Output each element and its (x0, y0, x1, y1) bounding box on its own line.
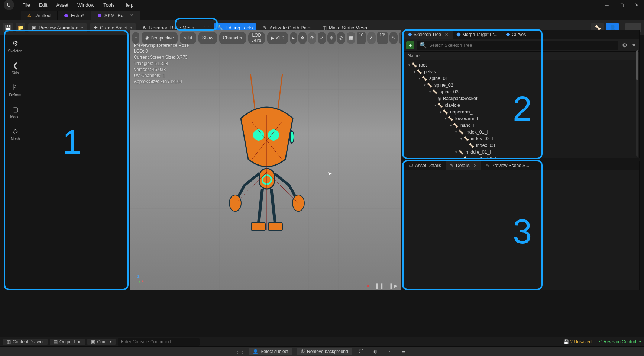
menu-edit[interactable]: Edit (35, 1, 51, 9)
viewport-character-button[interactable]: Character (219, 32, 246, 44)
translate-mode-icon[interactable]: ✥ (298, 32, 307, 44)
unsaved-indicator[interactable]: 💾 2 Unsaved (563, 339, 592, 344)
expand-icon[interactable]: ▾ (459, 157, 463, 158)
settings-icon[interactable]: ⚙ (621, 42, 629, 49)
scale-snap-value[interactable]: 0.25 (399, 32, 401, 44)
tool-deform[interactable]: ⚐Deform (6, 82, 25, 99)
viewport-show-button[interactable]: Show (198, 32, 217, 44)
expand-icon[interactable]: ▾ (443, 117, 448, 121)
menu-window[interactable]: Window (74, 1, 98, 9)
viewport-menu-icon[interactable]: ≡ (132, 32, 139, 44)
grid-snap-value[interactable]: 10 (357, 32, 366, 44)
scrollbar[interactable] (636, 50, 638, 157)
tab-skm-bot[interactable]: SKM_Bot ✕ (91, 11, 140, 20)
angle-snap-value[interactable]: 10° (377, 32, 388, 44)
tab-untitled[interactable]: Untitled (21, 11, 58, 20)
tab-details[interactable]: ✎Details✕ (446, 161, 481, 170)
bone-row[interactable]: ▾🦴spine_03 (404, 89, 639, 95)
bone-row[interactable]: ▾🦴clavicle_l (404, 102, 639, 109)
viewport-lit-button[interactable]: ○Lit (180, 32, 196, 44)
select-mode-icon[interactable]: ▸ (290, 32, 297, 44)
tab-preview-scene[interactable]: ✎Preview Scene S... (481, 161, 534, 170)
bone-row[interactable]: ▾🦴upperarm_l (404, 109, 639, 115)
angle-snap-icon[interactable]: ∠ (367, 32, 376, 44)
step-icon[interactable]: ❚▶ (389, 283, 398, 289)
bone-row[interactable]: ▾🦴root (404, 62, 639, 68)
output-log-button[interactable]: ▤Output Log (50, 339, 85, 345)
expand-icon[interactable]: ▾ (412, 70, 417, 74)
filters-icon[interactable]: ⚌ (399, 348, 408, 355)
dropdown-icon[interactable]: ▾ (631, 42, 637, 49)
console-input[interactable] (118, 338, 200, 346)
scale-mode-icon[interactable]: ⤢ (318, 32, 326, 44)
crop-icon[interactable]: ⛶ (356, 348, 366, 355)
bone-row[interactable]: ▾🦴pelvis (404, 68, 639, 75)
rotate-mode-icon[interactable]: ⟳ (308, 32, 316, 44)
tab-curves[interactable]: Curves (502, 30, 530, 39)
pause-icon[interactable]: ❚❚ (375, 283, 384, 289)
cmd-button[interactable]: ▣Cmd▾ (87, 339, 115, 345)
search-input[interactable] (429, 43, 615, 48)
expand-icon[interactable]: ▾ (407, 63, 411, 67)
scale-snap-icon[interactable]: ⤡ (389, 32, 398, 44)
select-subject-button[interactable]: 👤Select subject (249, 348, 292, 355)
bone-row[interactable]: ▾🦴hand_l (404, 122, 639, 129)
tool-mesh[interactable]: ◇Mesh (6, 126, 25, 142)
expand-icon[interactable]: ▾ (459, 137, 463, 141)
remove-background-button[interactable]: 🖼Remove background (297, 348, 352, 355)
content-drawer-button[interactable]: ▥Content Drawer (3, 339, 48, 345)
expand-icon[interactable]: ▾ (454, 130, 458, 134)
expand-icon[interactable]: ▾ (433, 103, 437, 107)
record-icon[interactable]: ● (367, 283, 370, 289)
expand-icon[interactable]: ▾ (428, 90, 432, 94)
grip-icon[interactable]: ⋮⋮ (236, 349, 245, 354)
expand-icon[interactable]: ▾ (417, 77, 422, 80)
more-icon[interactable]: ⋯ (385, 348, 394, 355)
bone-row[interactable]: ◎BackpackSocket (404, 95, 639, 102)
viewport-lod-button[interactable]: LOD Auto (248, 32, 265, 44)
tab-close-icon[interactable]: ✕ (130, 13, 133, 18)
preview-animation-button[interactable]: ▣Preview Animation▾ (28, 23, 87, 32)
bone-row[interactable]: ▾🦴middle_01_l (404, 149, 639, 155)
window-minimize-icon[interactable]: ─ (599, 0, 614, 10)
tool-skin[interactable]: ❮Skin (6, 60, 25, 77)
browse-icon[interactable]: 📁 (16, 23, 25, 32)
menu-file[interactable]: File (19, 1, 34, 9)
tab-asset-details[interactable]: 🏷Asset Details (404, 161, 446, 170)
bone-row[interactable]: ▾🦴index_02_l (404, 135, 639, 142)
tool-model[interactable]: ▢Model (6, 104, 25, 121)
viewport-perspective-button[interactable]: ◉Perspective (142, 32, 178, 44)
adjust-icon[interactable]: ◐ (370, 348, 380, 355)
close-icon[interactable]: ✕ (473, 163, 477, 168)
world-local-icon[interactable]: ⊕ (327, 32, 336, 44)
add-button[interactable]: + (406, 41, 414, 49)
bone-row[interactable]: ▾🦴lowerarm_l (404, 115, 639, 122)
menu-tools[interactable]: Tools (100, 1, 118, 9)
viewport[interactable]: ≡ ◉Perspective ○Lit Show Character LOD A… (130, 30, 401, 290)
search-icon: 🔍 (420, 42, 427, 49)
tool-skeleton[interactable]: ⚙Skeleton (6, 38, 25, 55)
close-icon[interactable]: ✕ (445, 32, 448, 37)
socket-snap-icon[interactable]: ◎ (337, 32, 345, 44)
bone-row[interactable]: ▾🦴spine_02 (404, 82, 639, 89)
revision-control-button[interactable]: ⎇Revision Control▾ (597, 339, 641, 344)
window-close-icon[interactable]: ✕ (629, 0, 644, 10)
expand-icon[interactable]: ▾ (454, 150, 458, 154)
bone-row[interactable]: ▾🦴spine_01 (404, 75, 639, 82)
save-icon[interactable]: 💾 (3, 23, 13, 32)
tab-skeleton-tree[interactable]: Skeleton Tree✕ (404, 30, 453, 39)
expand-icon[interactable]: ▾ (438, 110, 443, 114)
window-maximize-icon[interactable]: ▢ (614, 0, 629, 10)
grid-snap-icon[interactable]: ▦ (347, 32, 355, 44)
menu-help[interactable]: Help (120, 1, 137, 9)
tab-echo[interactable]: Echo* (58, 11, 91, 20)
tab-morph-targets[interactable]: Morph Target Pr... (453, 30, 502, 39)
viewport-speed-button[interactable]: ▶x1.0 (267, 32, 288, 44)
create-asset-button[interactable]: ✚Create Asset▾ (90, 23, 136, 32)
expand-icon[interactable]: ▾ (449, 124, 453, 127)
bone-row[interactable]: 🦴index_03_l (404, 142, 639, 149)
menu-asset[interactable]: Asset (52, 1, 72, 9)
bone-row[interactable]: ▾🦴index_01_l (404, 129, 639, 135)
bone-row[interactable]: ▾🦴middle_02_l (404, 155, 639, 158)
expand-icon[interactable]: ▾ (423, 83, 427, 87)
